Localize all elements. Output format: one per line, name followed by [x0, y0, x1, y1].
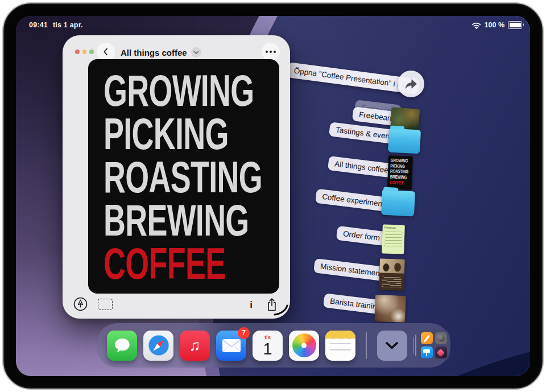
status-time: 09:41: [29, 21, 48, 29]
quicklook-window: All things coffee GROWING PICKING ROASTI…: [63, 35, 290, 319]
dock-icon-messages[interactable]: [107, 331, 137, 361]
file-thumbnail-coffee-poster[interactable]: GROWING PICKING ROASTING BREWING COFFEE: [387, 155, 413, 189]
open-in-files-button[interactable]: [398, 71, 424, 97]
status-bar-left: 09:41 tis 1 apr.: [29, 21, 83, 29]
back-button[interactable]: [97, 43, 115, 61]
calendar-day: 1: [263, 340, 272, 357]
battery-icon: [508, 21, 522, 29]
notes-yellow-band: [325, 331, 355, 339]
dock-icon-notes[interactable]: [325, 331, 355, 361]
mission-doc-lines: [382, 277, 402, 287]
compass-icon: [147, 333, 171, 357]
status-bar-right: 100 %: [471, 21, 522, 29]
status-date: tis 1 apr.: [53, 21, 83, 29]
order-form-doc-title: Freebean: [383, 224, 405, 229]
dock: ♫ 7 tis 1: [97, 323, 450, 368]
poster-line: ROASTING: [104, 155, 226, 199]
more-options-button[interactable]: [262, 43, 280, 61]
window-traffic-lights: [75, 49, 94, 54]
ipad-screen: 09:41 tis 1 apr. 100 % Farm visit Freebe…: [16, 16, 530, 376]
dock-divider: [366, 332, 367, 359]
mission-doc-photo: [379, 258, 405, 274]
chevron-left-icon: [101, 47, 110, 56]
dock-collapse-button[interactable]: [377, 331, 407, 361]
chevron-down-icon: [193, 51, 199, 55]
resize-handle[interactable]: [274, 304, 288, 317]
ipad-device-frame: 09:41 tis 1 apr. 100 % Farm visit Freebe…: [2, 2, 544, 390]
title-chevron-circle: [191, 47, 201, 57]
minimize-window-button[interactable]: [82, 49, 87, 54]
document-title-menu[interactable]: All things coffee: [121, 47, 201, 57]
ellipsis-icon: [266, 51, 268, 53]
dock-icon-mail[interactable]: 7: [216, 331, 246, 361]
file-thumbnail-tastings-folder[interactable]: [388, 129, 421, 154]
chevron-down-icon: [384, 340, 399, 350]
coffee-poster-preview: GROWING PICKING ROASTING BREWING COFFEE: [88, 59, 279, 294]
file-thumbnail-barista-training[interactable]: [374, 295, 406, 323]
shortcuts-app-mini-icon: [435, 346, 447, 358]
envelope-icon: [222, 339, 241, 353]
calendar-weekday: tis: [264, 335, 271, 340]
quicklook-toolbar-left: [73, 296, 113, 312]
markup-icon[interactable]: [73, 296, 88, 312]
forward-arrow-icon: [403, 77, 419, 91]
battery-percent: 100 %: [485, 21, 504, 29]
file-thumbnail-experiments-folder[interactable]: [381, 190, 415, 217]
poster-line: BREWING: [104, 199, 226, 242]
mail-badge: 7: [238, 327, 250, 339]
file-thumbnail-mission-statement[interactable]: [379, 258, 405, 291]
pencil-app-mini-icon: [421, 332, 433, 344]
poster-line: GROWING: [104, 69, 226, 112]
info-button[interactable]: i: [250, 299, 253, 311]
dock-icon-photos[interactable]: [289, 331, 319, 361]
globe-app-mini-icon: [435, 332, 447, 344]
music-note-icon: ♫: [189, 338, 200, 353]
zoom-window-button[interactable]: [89, 49, 94, 54]
order-form-doc-lines: [384, 231, 403, 247]
chat-bubble-icon: [113, 336, 132, 355]
dock-app-stack[interactable]: [418, 329, 450, 361]
crop-select-icon[interactable]: [98, 299, 113, 310]
dock-icon-calendar[interactable]: tis 1: [253, 331, 283, 361]
poster-line: PICKING: [104, 112, 226, 155]
dock-icon-music[interactable]: ♫: [180, 331, 210, 361]
keynote-app-mini-icon: [421, 346, 433, 358]
mini-poster-accent-line: COFFEE: [390, 180, 407, 186]
close-window-button[interactable]: [75, 49, 80, 54]
photos-flower-icon: [292, 333, 316, 357]
dock-icon-safari[interactable]: [143, 331, 173, 361]
file-thumbnail-order-form[interactable]: Freebean: [382, 224, 405, 254]
wifi-icon: [471, 22, 481, 29]
poster-accent-line: COFFEE: [104, 242, 226, 285]
document-title: All things coffee: [121, 48, 187, 57]
